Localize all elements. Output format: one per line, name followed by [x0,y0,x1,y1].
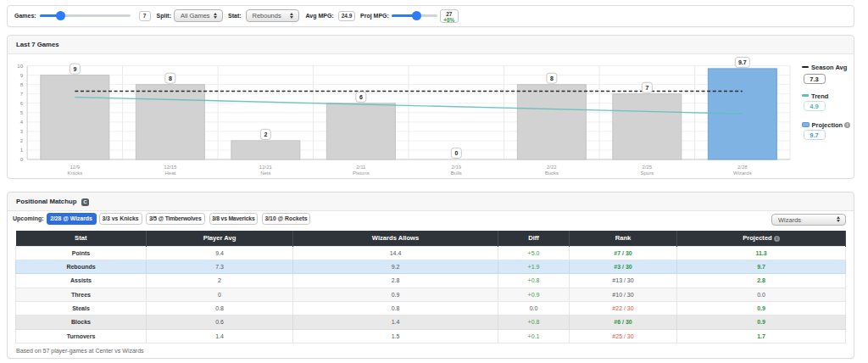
svg-text:Bucks: Bucks [545,170,559,176]
svg-text:7: 7 [20,92,24,97]
svg-text:8: 8 [550,75,554,81]
svg-text:0: 0 [20,157,24,162]
svg-text:6: 6 [20,101,24,106]
svg-text:7: 7 [645,85,648,91]
svg-text:2/19: 2/19 [452,165,462,170]
svg-text:Pistons: Pistons [353,170,370,176]
svg-text:8: 8 [20,82,24,87]
svg-text:12/9: 12/9 [70,165,81,170]
svg-text:2/28: 2/28 [737,165,748,170]
svg-text:2: 2 [264,131,267,137]
svg-text:9: 9 [73,66,76,72]
svg-text:6: 6 [359,94,363,100]
svg-text:Wizards: Wizards [733,170,752,176]
svg-text:Nets: Nets [260,170,270,176]
svg-text:Spurs: Spurs [641,170,654,176]
svg-text:2: 2 [20,138,24,143]
svg-text:12/15: 12/15 [164,165,177,170]
svg-text:0: 0 [454,150,458,156]
svg-text:10: 10 [17,64,23,69]
svg-text:9.7: 9.7 [738,59,747,65]
svg-text:Bulls: Bulls [451,170,462,176]
svg-text:2/22: 2/22 [547,165,557,170]
svg-text:8: 8 [169,75,172,81]
svg-text:4: 4 [20,120,24,125]
svg-text:3: 3 [20,129,24,134]
svg-text:Heat: Heat [165,170,176,176]
svg-text:5: 5 [20,110,24,115]
svg-text:2/25: 2/25 [643,165,653,170]
svg-text:Knicks: Knicks [68,170,83,176]
svg-text:2/11: 2/11 [356,165,366,170]
svg-text:9: 9 [20,73,24,78]
svg-text:1: 1 [20,148,24,153]
svg-text:12/21: 12/21 [259,165,273,170]
